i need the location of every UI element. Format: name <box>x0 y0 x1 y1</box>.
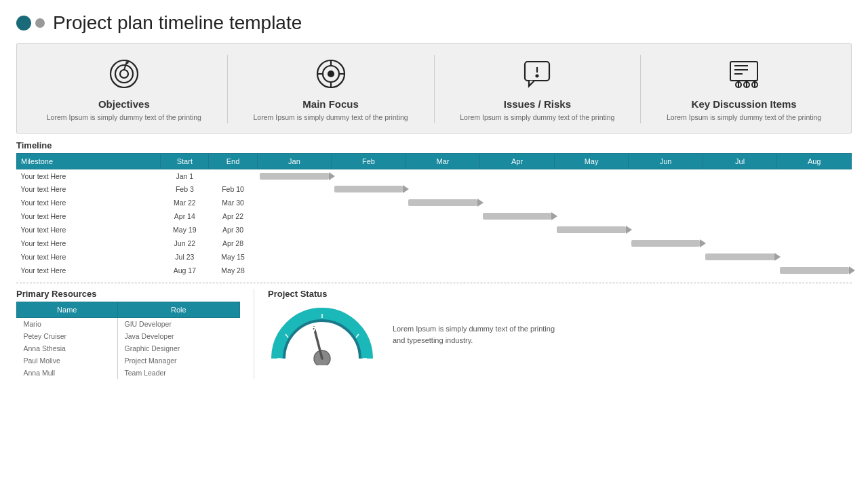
gantt-cell <box>257 237 332 250</box>
gantt-cell <box>332 264 406 277</box>
start-cell: Jan 1 <box>161 169 209 182</box>
timeline-label: Timeline <box>16 140 852 150</box>
start-cell: Jul 23 <box>161 250 209 264</box>
project-status-section: Project Status <box>261 289 852 379</box>
gantt-cell <box>480 169 555 182</box>
start-cell: Jun 22 <box>161 237 209 250</box>
card-divider-1 <box>227 55 228 123</box>
milestone-cell: Your text Here <box>17 223 161 237</box>
timeline-row: Your text HereJan 1 <box>17 169 852 182</box>
resource-row: Paul MoliveProject Manager <box>17 354 240 367</box>
card-divider-3 <box>640 55 641 123</box>
resources-col-role: Role <box>117 302 239 318</box>
end-cell: Feb 10 <box>209 182 257 196</box>
gantt-cell <box>257 264 332 277</box>
timeline-row: Your text HereAug 17May 28 <box>17 264 852 277</box>
gantt-cell <box>703 223 777 237</box>
end-cell: Mar 30 <box>209 196 257 209</box>
end-cell <box>209 169 257 182</box>
col-header-milestone: Milestone <box>17 153 161 169</box>
status-content: 70% Lorem Ipsum is simply dummy text of … <box>268 304 852 365</box>
card-objectives-desc: Lorem Ipsum is simply dummy text of the … <box>47 113 201 123</box>
gantt-cell <box>406 196 480 209</box>
resource-name: Anna Sthesia <box>17 342 118 354</box>
project-status-label: Project Status <box>268 289 852 299</box>
col-header-jan: Jan <box>257 153 332 169</box>
gantt-cell <box>554 169 629 182</box>
gantt-cell <box>332 223 406 237</box>
gantt-cell <box>257 182 332 196</box>
gantt-cell <box>480 264 555 277</box>
timeline-row: Your text HereApr 14Apr 22 <box>17 209 852 223</box>
timeline-section: Timeline Milestone Start End Jan Feb Mar… <box>16 140 852 278</box>
resource-name: Petey Cruiser <box>17 330 118 342</box>
milestone-cell: Your text Here <box>17 196 161 209</box>
gantt-cell <box>480 223 555 237</box>
gantt-cell <box>777 182 852 196</box>
gantt-cell <box>406 237 480 250</box>
start-cell: May 19 <box>161 223 209 237</box>
col-header-apr: Apr <box>480 153 555 169</box>
page-title: Project plan timeline template <box>53 12 302 34</box>
resource-name: Anna Mull <box>17 367 118 379</box>
start-cell: Apr 14 <box>161 209 209 223</box>
gantt-cell <box>332 209 406 223</box>
gantt-cell <box>629 169 703 182</box>
card-issues-risks-desc: Lorem Ipsum is simply dummy text of the … <box>460 113 614 123</box>
gantt-cell <box>406 264 480 277</box>
gantt-cell <box>257 209 332 223</box>
gantt-cell <box>703 264 777 277</box>
col-header-jun: Jun <box>629 153 703 169</box>
gantt-cell <box>554 264 629 277</box>
resource-row: Anna MullTeam Leader <box>17 367 240 379</box>
issues-risks-icon <box>518 55 556 93</box>
resource-role: Java Developer <box>117 330 239 342</box>
resource-row: Petey CruiserJava Developer <box>17 330 240 342</box>
col-header-aug: Aug <box>777 153 852 169</box>
gauge-percent-label: 70% <box>310 325 334 339</box>
key-discussion-icon <box>725 55 763 93</box>
gantt-cell <box>406 209 480 223</box>
gantt-cell <box>703 196 777 209</box>
gantt-cell <box>406 250 480 264</box>
col-header-may: May <box>554 153 629 169</box>
resource-role: Team Leader <box>117 367 239 379</box>
bottom-section: Primary Resources Name Role MarioGIU Dev… <box>16 289 852 379</box>
gantt-cell <box>777 169 852 182</box>
start-cell: Mar 22 <box>161 196 209 209</box>
start-cell: Feb 3 <box>161 182 209 196</box>
timeline-row: Your text HereMay 19Apr 30 <box>17 223 852 237</box>
timeline-row: Your text HereFeb 3Feb 10 <box>17 182 852 196</box>
card-issues-risks: Issues / Risks Lorem Ipsum is simply dum… <box>437 55 638 123</box>
gantt-cell <box>629 237 703 250</box>
end-cell: May 28 <box>209 264 257 277</box>
card-key-discussion: Key Discussion Items Lorem Ipsum is simp… <box>644 55 844 123</box>
resource-role: GIU Developer <box>117 318 239 331</box>
resources-table: Name Role MarioGIU DeveloperPetey Cruise… <box>16 302 240 379</box>
end-cell: Apr 30 <box>209 223 257 237</box>
timeline-table: Milestone Start End Jan Feb Mar Apr May … <box>16 153 852 278</box>
gantt-cell <box>629 250 703 264</box>
header-dots <box>16 16 45 30</box>
card-main-focus-desc: Lorem Ipsum is simply dummy text of the … <box>254 113 408 123</box>
gantt-cell <box>554 237 629 250</box>
project-status-desc: Lorem Ipsum is simply dummy text of the … <box>393 323 569 347</box>
gantt-cell <box>703 182 777 196</box>
vertical-divider <box>254 289 254 379</box>
gantt-cell <box>777 250 852 264</box>
milestone-cell: Your text Here <box>17 182 161 196</box>
gantt-cell <box>257 223 332 237</box>
gantt-cell <box>554 182 629 196</box>
svg-point-10 <box>328 71 334 77</box>
gantt-cell <box>406 169 480 182</box>
gantt-cell <box>480 209 555 223</box>
gantt-cell <box>629 182 703 196</box>
card-key-discussion-desc: Lorem Ipsum is simply dummy text of the … <box>667 113 821 123</box>
gantt-cell <box>629 223 703 237</box>
card-key-discussion-title: Key Discussion Items <box>692 98 797 110</box>
gauge-chart: 70% <box>268 304 376 365</box>
gantt-cell <box>480 182 555 196</box>
svg-point-2 <box>120 70 128 78</box>
milestone-cell: Your text Here <box>17 237 161 250</box>
page-header: Project plan timeline template <box>16 12 852 34</box>
